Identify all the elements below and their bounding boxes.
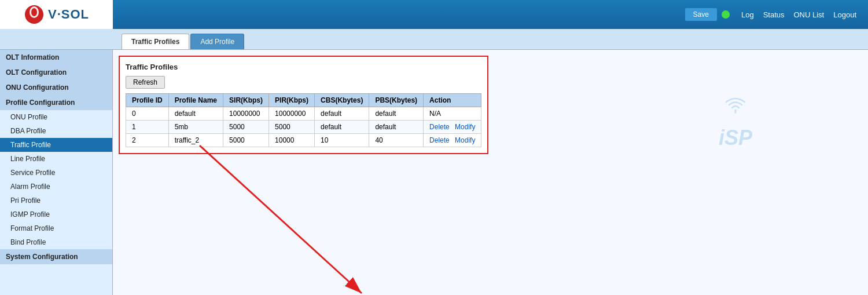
table-header-row: Profile ID Profile Name SIR(Kbps) PIR(Kb…	[126, 94, 481, 107]
col-header-profile-name: Profile Name	[168, 94, 223, 107]
cell-name-1: 5mb	[168, 121, 223, 134]
cell-sir-2: 5000	[223, 134, 269, 147]
nav-logout[interactable]: Logout	[833, 10, 856, 19]
cell-name-0: default	[168, 107, 223, 121]
table-row: 1 5mb 5000 5000 default default Delete M…	[126, 121, 481, 134]
sidebar-item-traffic-profile[interactable]: Traffic Profile	[0, 138, 112, 152]
main-content: Traffic Profiles Refresh Profile ID Prof…	[113, 50, 868, 295]
sidebar-item-bind-profile[interactable]: Bind Profile	[0, 235, 112, 249]
status-indicator	[722, 10, 730, 19]
profiles-box-title: Traffic Profiles	[126, 63, 481, 71]
cell-cbs-0: default	[315, 107, 369, 121]
layout: OLT Information OLT Configuration ONU Co…	[0, 50, 868, 295]
cell-pir-0: 10000000	[269, 107, 315, 121]
header: Save Log Status ONU List Logout	[0, 0, 868, 29]
sidebar-item-dba-profile[interactable]: DBA Profile	[0, 124, 112, 138]
col-header-cbs: CBS(Kbytes)	[315, 94, 369, 107]
cell-action-2: Delete Modify	[424, 134, 481, 147]
modify-link-2[interactable]: Modify	[455, 136, 475, 144]
sidebar-section-olt-info[interactable]: OLT Information	[0, 50, 112, 65]
col-header-action: Action	[424, 94, 481, 107]
isp-watermark: iSP	[719, 96, 752, 151]
sidebar: OLT Information OLT Configuration ONU Co…	[0, 50, 113, 295]
sidebar-item-service-profile[interactable]: Service Profile	[0, 166, 112, 180]
cell-pir-1: 5000	[269, 121, 315, 134]
cell-action-1: Delete Modify	[424, 121, 481, 134]
nav-log[interactable]: Log	[741, 10, 754, 19]
sidebar-item-pri-profile[interactable]: Pri Profile	[0, 194, 112, 207]
svg-line-4	[200, 145, 362, 293]
col-header-sir: SIR(Kbps)	[223, 94, 269, 107]
sidebar-section-system-config[interactable]: System Configuration	[0, 249, 112, 264]
traffic-profiles-table: Profile ID Profile Name SIR(Kbps) PIR(Kb…	[126, 93, 481, 147]
tab-bar: Traffic Profiles Add Profile	[0, 29, 868, 50]
cell-pbs-0: default	[369, 107, 424, 121]
logo-area: V·SOL	[0, 0, 113, 29]
sidebar-item-alarm-profile[interactable]: Alarm Profile	[0, 180, 112, 194]
cell-id-2: 2	[126, 134, 169, 147]
save-button[interactable]: Save	[685, 8, 717, 21]
nav-onu-list[interactable]: ONU List	[794, 10, 825, 19]
cell-action-0: N/A	[424, 107, 481, 121]
sidebar-item-format-profile[interactable]: Format Profile	[0, 221, 112, 235]
tab-add-profile[interactable]: Add Profile	[190, 34, 244, 49]
svg-point-2	[31, 8, 37, 16]
sidebar-item-igmp-profile[interactable]: IGMP Profile	[0, 207, 112, 221]
header-nav: Log Status ONU List Logout	[741, 10, 856, 19]
refresh-button[interactable]: Refresh	[126, 76, 165, 89]
logo-icon	[24, 4, 45, 25]
delete-link-1[interactable]: Delete	[429, 123, 450, 131]
cell-pbs-2: 40	[369, 134, 424, 147]
cell-cbs-2: 10	[315, 134, 369, 147]
sidebar-item-onu-profile[interactable]: ONU Profile	[0, 110, 112, 124]
sidebar-section-onu-config[interactable]: ONU Configuration	[0, 80, 112, 95]
cell-cbs-1: default	[315, 121, 369, 134]
modify-link-1[interactable]: Modify	[455, 123, 475, 131]
col-header-profile-id: Profile ID	[126, 94, 169, 107]
col-header-pir: PIR(Kbps)	[269, 94, 315, 107]
cell-sir-0: 10000000	[223, 107, 269, 121]
tab-traffic-profiles[interactable]: Traffic Profiles	[122, 34, 189, 49]
sidebar-section-olt-config[interactable]: OLT Configuration	[0, 65, 112, 80]
table-row: 0 default 10000000 10000000 default defa…	[126, 107, 481, 121]
cell-pbs-1: default	[369, 121, 424, 134]
nav-status[interactable]: Status	[763, 10, 785, 19]
sidebar-section-profile-config[interactable]: Profile Configuration	[0, 95, 112, 110]
sidebar-item-line-profile[interactable]: Line Profile	[0, 152, 112, 166]
cell-pir-2: 10000	[269, 134, 315, 147]
profiles-box: Traffic Profiles Refresh Profile ID Prof…	[119, 56, 488, 154]
delete-link-2[interactable]: Delete	[429, 136, 450, 144]
cell-id-1: 1	[126, 121, 169, 134]
cell-name-2: traffic_2	[168, 134, 223, 147]
cell-sir-1: 5000	[223, 121, 269, 134]
logo-text: V·SOL	[48, 7, 89, 22]
cell-id-0: 0	[126, 107, 169, 121]
col-header-pbs: PBS(Kbytes)	[369, 94, 424, 107]
save-area: Save	[685, 8, 730, 21]
table-row: 2 traffic_2 5000 10000 10 40 Delete Modi…	[126, 134, 481, 147]
